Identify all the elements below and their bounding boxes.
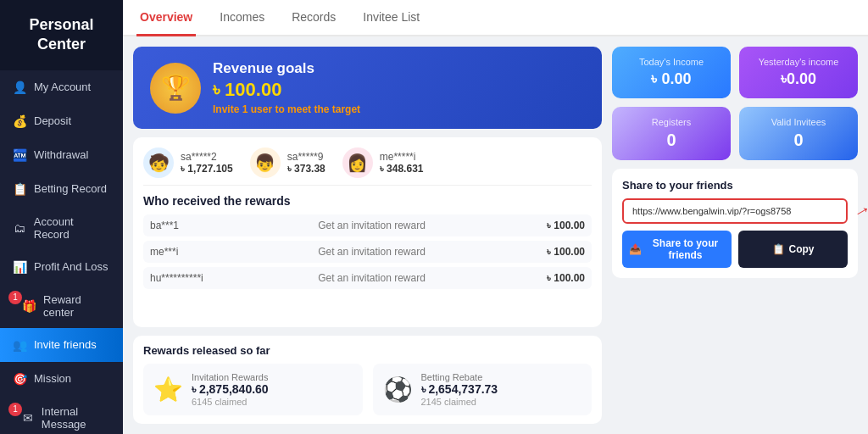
account-icon: 👤: [12, 80, 27, 95]
tab-incomes[interactable]: Incomes: [216, 0, 268, 36]
account-record-icon: 🗂: [12, 220, 27, 236]
invite-icon: 👥: [12, 337, 27, 353]
earner-2-info: sa*****9 ৳ 373.38: [287, 151, 326, 175]
share-section: Share to your friends https://www.bengal…: [612, 169, 858, 278]
sidebar-label-deposit: Deposit: [34, 114, 71, 127]
share-btn-icon: 📤: [629, 243, 642, 255]
tab-invitee-list[interactable]: Invitee List: [359, 0, 423, 36]
income-row: Today's Income ৳ 0.00 Yesterday's income…: [612, 47, 858, 98]
message-icon: ✉: [22, 410, 35, 426]
released-section: Rewards released so far ⭐ Invitation Rew…: [133, 336, 602, 424]
reward-amount-3: ৳ 100.00: [517, 272, 585, 284]
reward-row-3: hu**********i Get an invitation reward ৳…: [143, 267, 592, 289]
withdrawal-icon: 🏧: [12, 147, 27, 163]
earner-3-amount: ৳ 348.631: [380, 163, 424, 175]
yesterday-income-card: Yesterday's income ৳0.00: [739, 47, 858, 98]
subtitle-num: 1: [242, 103, 248, 115]
earner-1-name: sa*****2: [181, 151, 233, 163]
revenue-amount: ৳ 100.00: [213, 79, 588, 101]
reward-icon: 🎁: [22, 298, 36, 314]
right-column: Today's Income ৳ 0.00 Yesterday's income…: [612, 47, 858, 424]
reward-amount-1: ৳ 100.00: [517, 220, 585, 231]
earner-3-avatar: 👩: [342, 147, 373, 178]
reward-user-3: hu**********i: [150, 272, 226, 284]
reward-amount-2: ৳ 100.00: [517, 246, 585, 258]
copy-btn-icon: 📋: [772, 243, 785, 255]
today-income-value: ৳ 0.00: [651, 70, 691, 88]
copy-button[interactable]: 📋 Copy: [738, 231, 848, 268]
left-column: 🏆 Revenue goals ৳ 100.00 Invite 1 user t…: [133, 47, 602, 424]
earner-2: 👦 sa*****9 ৳ 373.38: [250, 147, 326, 178]
earners-section: 🧒 sa*****2 ৳ 1,727.105 👦 sa*****9 ৳ 373.…: [133, 137, 602, 327]
earner-1-info: sa*****2 ৳ 1,727.105: [181, 151, 233, 175]
rewards-title: Who received the rewards: [143, 194, 592, 208]
earner-1-avatar: 🧒: [143, 147, 174, 178]
mission-icon: 🎯: [12, 371, 27, 387]
released-title: Rewards released so far: [143, 344, 592, 357]
share-to-friends-button[interactable]: 📤 Share to your friends: [622, 231, 732, 268]
invitees-card: Valid Invitees 0: [739, 107, 858, 160]
released-value-2: ৳ 2,654,737.73: [421, 382, 498, 397]
reward-action-1: Get an invitation reward: [226, 220, 517, 231]
invitees-label: Valid Invitees: [771, 117, 826, 127]
earner-3-info: me*****i ৳ 348.631: [380, 151, 424, 175]
sidebar-title: Personal Center: [0, 0, 123, 70]
share-title: Share to your friends: [622, 179, 848, 192]
earners-row: 🧒 sa*****2 ৳ 1,727.105 👦 sa*****9 ৳ 373.…: [143, 147, 592, 186]
today-income-card: Today's Income ৳ 0.00: [612, 47, 731, 98]
sidebar-item-profit-loss[interactable]: 📊 Profit And Loss: [0, 250, 123, 284]
yesterday-income-value: ৳0.00: [781, 70, 816, 88]
reward-action-3: Get an invitation reward: [226, 272, 517, 284]
sidebar-item-deposit[interactable]: 💰 Deposit: [0, 104, 123, 138]
sidebar-item-invite-friends[interactable]: 👥 Invite friends: [0, 328, 123, 362]
reward-user-1: ba***1: [150, 220, 226, 231]
earner-1: 🧒 sa*****2 ৳ 1,727.105: [143, 147, 233, 178]
sidebar-item-mission[interactable]: 🎯 Mission: [0, 362, 123, 396]
sidebar-label-reward-center: Reward center: [43, 293, 111, 319]
sidebar-label-my-account: My Account: [34, 81, 91, 93]
revenue-title: Revenue goals: [213, 60, 588, 77]
revenue-text-block: Revenue goals ৳ 100.00 Invite 1 user to …: [213, 60, 588, 115]
copy-btn-label: Copy: [789, 243, 815, 255]
sidebar-item-internal-message[interactable]: 1 ✉ Internal Message: [0, 396, 123, 434]
earner-1-amount: ৳ 1,727.105: [181, 163, 233, 175]
released-label-1: Invitation Rewards: [192, 372, 269, 382]
sidebar-label-invite-friends: Invite friends: [34, 338, 97, 351]
sidebar-label-internal-message: Internal Message: [42, 405, 111, 431]
reward-row-2: me***i Get an invitation reward ৳ 100.00: [143, 241, 592, 263]
message-badge: 1: [8, 403, 22, 416]
tab-records[interactable]: Records: [288, 0, 339, 36]
overview-content: 🏆 Revenue goals ৳ 100.00 Invite 1 user t…: [123, 36, 868, 434]
invitation-rewards-icon: ⭐: [153, 376, 183, 403]
registers-value: 0: [666, 131, 676, 150]
revenue-subtitle: Invite 1 user to meet the target: [213, 103, 588, 115]
invitees-value: 0: [793, 131, 803, 150]
tab-overview[interactable]: Overview: [136, 0, 196, 36]
sidebar-label-account-record: Account Record: [34, 215, 111, 241]
earner-2-amount: ৳ 373.38: [287, 163, 326, 175]
sidebar-item-account-record[interactable]: 🗂 Account Record: [0, 206, 123, 250]
sidebar-label-withdrawal: Withdrawal: [34, 148, 88, 161]
released-sub-1: 6145 claimed: [192, 397, 269, 407]
subtitle-pre: Invite: [213, 103, 239, 115]
sidebar-item-withdrawal[interactable]: 🏧 Withdrawal: [0, 138, 123, 172]
sidebar-label-betting-record: Betting Record: [34, 182, 107, 195]
released-card-2: ⚽ Betting Rebate ৳ 2,654,737.73 2145 cla…: [373, 364, 593, 415]
betting-icon: 📋: [12, 181, 27, 197]
sidebar: Personal Center 👤 My Account 💰 Deposit 🏧…: [0, 0, 123, 434]
sidebar-item-betting-record[interactable]: 📋 Betting Record: [0, 172, 123, 206]
tab-bar: Overview Incomes Records Invitee List: [123, 0, 868, 36]
released-value-1: ৳ 2,875,840.60: [192, 382, 269, 397]
registers-label: Registers: [652, 117, 691, 127]
released-label-2: Betting Rebate: [421, 372, 498, 382]
earner-3-name: me*****i: [380, 151, 424, 163]
sidebar-item-reward-center[interactable]: 1 🎁 Reward center: [0, 284, 123, 328]
sidebar-item-my-account[interactable]: 👤 My Account: [0, 70, 123, 104]
sidebar-label-profit-loss: Profit And Loss: [34, 260, 108, 273]
yesterday-income-label: Yesterday's income: [759, 57, 839, 67]
released-info-2: Betting Rebate ৳ 2,654,737.73 2145 claim…: [421, 372, 498, 407]
share-buttons: 📤 Share to your friends 📋 Copy: [622, 231, 848, 268]
betting-rebate-icon: ⚽: [383, 376, 413, 403]
earner-2-name: sa*****9: [287, 151, 326, 163]
subtitle-post: user to meet the target: [251, 103, 360, 115]
